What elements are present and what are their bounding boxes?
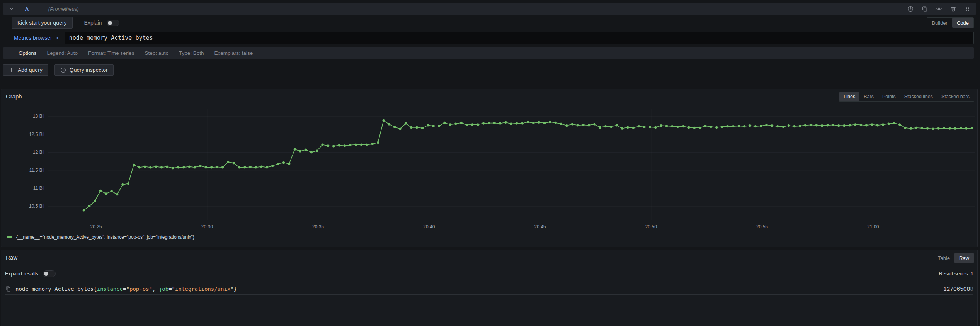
series-line (83, 119, 973, 211)
style-stacked-lines-button[interactable]: Stacked lines (900, 92, 937, 101)
editor-mode-group: Builder Code (927, 17, 974, 28)
svg-text:20:40: 20:40 (423, 224, 435, 229)
raw-query-punct: ", (149, 286, 159, 292)
raw-query-punct: =" (123, 286, 129, 292)
raw-query-label: job (159, 286, 168, 292)
legend-series-label: {__name__="node_memory_Active_bytes", in… (16, 234, 194, 240)
view-raw-button[interactable]: Raw (954, 253, 974, 263)
raw-query-label: instance (97, 286, 123, 292)
axis-tick-labels: 10.5 Bil11 Bil11.5 Bil12 Bil12.5 Bil13 B… (29, 114, 879, 229)
view-table-button[interactable]: Table (933, 253, 954, 263)
graph-style-group: Lines Bars Points Stacked lines Stacked … (839, 92, 974, 102)
query-options-bar[interactable]: Options Legend: Auto Format: Time series… (3, 47, 974, 59)
legend-item[interactable]: {__name__="node_memory_Active_bytes", in… (4, 233, 197, 241)
toggle-visibility-eye-icon[interactable] (936, 6, 942, 12)
svg-text:10.5 Bil: 10.5 Bil (29, 204, 44, 209)
svg-text:12.5 Bil: 12.5 Bil (29, 132, 44, 137)
svg-text:20:45: 20:45 (534, 224, 546, 229)
copy-result-icon[interactable] (5, 286, 11, 292)
collapse-chevron-down-icon[interactable] (9, 6, 15, 12)
add-query-label: Add query (18, 67, 43, 73)
result-value-main: 12706508 (943, 285, 970, 292)
result-series-count: Result series: 1 (939, 271, 973, 277)
result-view-group: Table Raw (933, 253, 974, 263)
metrics-browser-link[interactable]: Metrics browser (14, 35, 59, 41)
options-legend-summary: Legend: Auto (47, 50, 78, 56)
legend-series-color (7, 236, 12, 238)
graph-panel: Graph Lines Bars Points Stacked lines St… (1, 89, 978, 247)
explain-label: Explain (84, 20, 102, 26)
svg-text:20:55: 20:55 (756, 224, 768, 229)
promql-query-input[interactable]: node_memory_Active_bytes (65, 32, 974, 44)
query-inspector-button[interactable]: Query inspector (54, 64, 114, 76)
add-query-button[interactable]: Add query (3, 64, 48, 76)
options-type-summary: Type: Both (179, 50, 204, 56)
query-row-actions (907, 6, 971, 12)
svg-text:20:25: 20:25 (90, 224, 102, 229)
raw-query-value: pop-os (129, 286, 149, 292)
svg-text:20:35: 20:35 (312, 224, 324, 229)
raw-results-panel: Raw Table Raw Expand results Result seri… (1, 250, 978, 326)
raw-query-value: integrations/unix (175, 286, 230, 292)
svg-text:13 Bil: 13 Bil (33, 114, 44, 119)
duplicate-query-icon[interactable] (922, 6, 928, 12)
expand-results-toggle[interactable] (43, 270, 56, 277)
graph-panel-title: Graph (6, 93, 22, 100)
svg-text:20:30: 20:30 (201, 224, 213, 229)
style-points-button[interactable]: Points (878, 92, 900, 101)
window-right-edge (979, 0, 979, 326)
raw-query-punct: =" (168, 286, 175, 292)
result-value-clipped: 8 (970, 285, 973, 292)
svg-text:11 Bil: 11 Bil (33, 185, 44, 191)
style-stacked-bars-button[interactable]: Stacked bars (937, 92, 974, 101)
options-exemplars-summary: Exemplars: false (214, 50, 253, 56)
query-ref-id: A (25, 6, 29, 12)
result-row: node_memory_Active_bytes{instance="pop-o… (5, 283, 973, 295)
raw-panel-title: Raw (6, 254, 17, 261)
svg-text:11.5 Bil: 11.5 Bil (29, 168, 44, 173)
expand-results-label: Expand results (5, 271, 38, 277)
explain-control: Explain (84, 20, 119, 26)
graph-canvas[interactable]: 10.5 Bil11 Bil11.5 Bil12 Bil12.5 Bil13 B… (1, 103, 980, 234)
options-step-summary: Step: auto (145, 50, 168, 56)
query-inspector-label: Query inspector (70, 67, 108, 73)
metrics-browser-label: Metrics browser (14, 35, 52, 41)
grid-lines (48, 109, 975, 220)
raw-query-metric: node_memory_Active_bytes{ (15, 286, 97, 292)
svg-text:21:00: 21:00 (867, 224, 879, 229)
mode-builder-button[interactable]: Builder (927, 18, 952, 28)
drag-handle-grip-icon[interactable] (965, 6, 971, 12)
toggle-knob (108, 21, 112, 25)
style-lines-button[interactable]: Lines (839, 92, 859, 101)
kick-start-query-button[interactable]: Kick start your query (12, 17, 73, 29)
result-value: 127065088 (943, 285, 973, 292)
delete-query-trash-icon[interactable] (950, 6, 956, 12)
options-chevron-right-icon[interactable] (20, 50, 26, 56)
raw-query-expression: node_memory_Active_bytes{instance="pop-o… (15, 286, 939, 292)
datasource-name: (Prometheus) (48, 6, 79, 12)
style-bars-button[interactable]: Bars (859, 92, 878, 101)
svg-text:12 Bil: 12 Bil (33, 149, 44, 155)
toggle-knob (44, 272, 48, 276)
raw-query-punct: "} (230, 286, 237, 292)
mode-code-button[interactable]: Code (952, 18, 973, 28)
help-icon[interactable] (907, 6, 914, 12)
explain-toggle[interactable] (107, 20, 119, 26)
svg-text:20:50: 20:50 (645, 224, 657, 229)
query-row-header[interactable]: A (Prometheus) (3, 3, 976, 15)
options-format-summary: Format: Time series (88, 50, 134, 56)
